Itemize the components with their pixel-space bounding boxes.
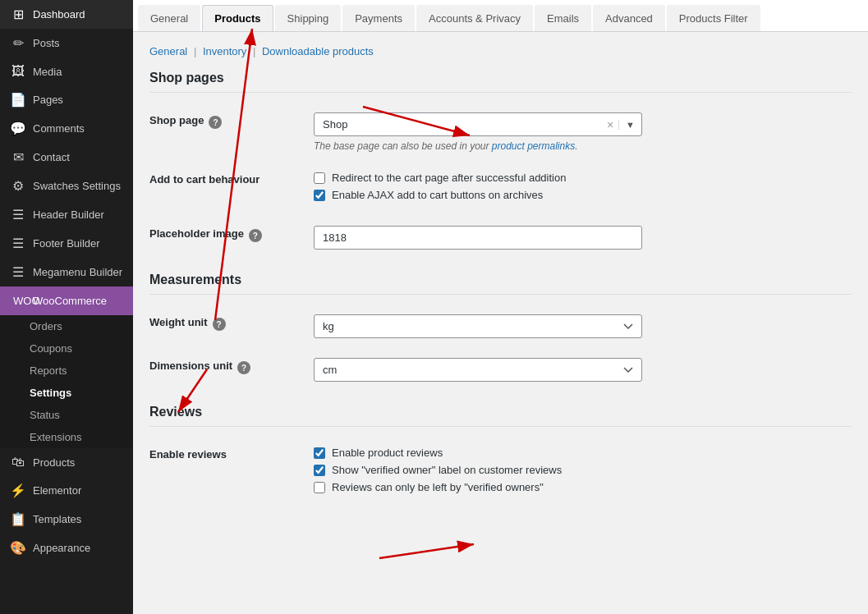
appearance-icon: 🎨 bbox=[10, 540, 26, 556]
tab-payments[interactable]: Payments bbox=[342, 5, 415, 31]
shop-page-hint: The base page can also be used in your p… bbox=[314, 140, 852, 152]
section-reviews: Reviews bbox=[149, 405, 852, 427]
tab-products-filter[interactable]: Products Filter bbox=[667, 5, 760, 31]
header-icon: ☰ bbox=[10, 207, 26, 222]
tab-advanced[interactable]: Advanced bbox=[593, 5, 665, 31]
tab-emails[interactable]: Emails bbox=[535, 5, 591, 31]
sidebar-sub-orders[interactable]: Orders bbox=[0, 315, 133, 337]
swatches-icon: ⚙ bbox=[10, 178, 26, 194]
add-to-cart-option2-label: Enable AJAX add to cart buttons on archi… bbox=[332, 189, 543, 201]
add-to-cart-option1-row: Redirect to the cart page after successf… bbox=[314, 172, 852, 184]
enable-reviews-option1-label: Enable product reviews bbox=[332, 447, 443, 459]
megamenu-icon: ☰ bbox=[10, 264, 26, 280]
subnav-downloadable[interactable]: Downloadable products bbox=[262, 45, 374, 57]
sidebar-item-swatches[interactable]: ⚙ Swatches Settings bbox=[0, 172, 133, 200]
sidebar-item-label: Pages bbox=[33, 94, 63, 106]
sidebar-item-megamenu[interactable]: ☰ Megamenu Builder bbox=[0, 258, 133, 286]
sidebar-sub-settings[interactable]: Settings bbox=[0, 382, 133, 404]
sidebar-item-label: Products bbox=[33, 456, 75, 469]
shop-page-label-row: Shop page ? bbox=[149, 114, 297, 129]
shop-page-field-cell: Shop × ▼ The base page can also be used … bbox=[314, 103, 852, 162]
sidebar-item-elementor[interactable]: ⚡ Elementor bbox=[0, 476, 133, 505]
svg-line-4 bbox=[379, 544, 474, 558]
placeholder-image-help-icon[interactable]: ? bbox=[249, 229, 262, 242]
shop-page-row: Shop page ? Shop × ▼ The base page can a… bbox=[149, 103, 852, 162]
add-to-cart-field-cell: Redirect to the cart page after successf… bbox=[314, 162, 852, 216]
sidebar-item-label: Megamenu Builder bbox=[33, 266, 122, 278]
shop-page-arrow-icon[interactable]: ▼ bbox=[618, 120, 641, 130]
tabs-bar: General Products Shipping Payments Accou… bbox=[133, 0, 868, 32]
dimensions-unit-help-icon[interactable]: ? bbox=[237, 361, 250, 374]
woo-icon: WOO bbox=[10, 293, 26, 309]
weight-unit-label-cell: Weight unit ? bbox=[149, 305, 314, 348]
sidebar-item-pages[interactable]: 📄 Pages bbox=[0, 85, 133, 114]
page-wrapper: General Products Shipping Payments Accou… bbox=[133, 0, 868, 614]
product-permalinks-link[interactable]: product permalinks bbox=[492, 140, 575, 152]
sidebar-item-contact[interactable]: ✉ Contact bbox=[0, 143, 133, 172]
placeholder-image-label-cell: Placeholder image ? bbox=[149, 216, 314, 259]
tab-products[interactable]: Products bbox=[202, 5, 273, 31]
posts-icon: ✏ bbox=[10, 35, 26, 51]
tab-general[interactable]: General bbox=[138, 5, 200, 31]
dimensions-unit-select[interactable]: cm m mm in yd bbox=[314, 358, 642, 382]
sidebar-item-dashboard[interactable]: ⊞ Dashboard bbox=[0, 0, 133, 29]
shop-page-select-value: Shop bbox=[315, 113, 602, 135]
sidebar-item-label: Media bbox=[33, 66, 62, 78]
add-to-cart-label: Add to cart behaviour bbox=[149, 173, 259, 186]
placeholder-image-label-row: Placeholder image ? bbox=[149, 227, 297, 242]
sidebar-sub-reports[interactable]: Reports bbox=[0, 360, 133, 382]
sidebar-item-media[interactable]: 🖼 Media bbox=[0, 57, 133, 85]
pages-icon: 📄 bbox=[10, 92, 26, 108]
sidebar-item-comments[interactable]: 💬 Comments bbox=[0, 114, 133, 143]
tab-shipping[interactable]: Shipping bbox=[275, 5, 342, 31]
woo-subnav: Orders Coupons Reports Settings Status E… bbox=[0, 315, 133, 448]
add-to-cart-option1-checkbox[interactable] bbox=[314, 172, 325, 184]
sidebar-item-products[interactable]: 🛍 Products bbox=[0, 448, 133, 476]
sidebar-item-appearance[interactable]: 🎨 Appearance bbox=[0, 534, 133, 562]
subnav-general[interactable]: General bbox=[149, 45, 187, 57]
subnav-sep1: | bbox=[194, 45, 200, 57]
sidebar-sub-extensions[interactable]: Extensions bbox=[0, 426, 133, 448]
placeholder-image-row: Placeholder image ? bbox=[149, 216, 852, 259]
placeholder-image-input[interactable] bbox=[314, 226, 642, 250]
add-to-cart-label-cell: Add to cart behaviour bbox=[149, 162, 314, 216]
enable-reviews-row: Enable reviews Enable product reviews Sh… bbox=[149, 437, 852, 508]
measurements-table: Weight unit ? kg g lbs oz bbox=[149, 305, 852, 392]
add-to-cart-row: Add to cart behaviour Redirect to the ca… bbox=[149, 162, 852, 216]
content-area: General | Inventory | Downloadable produ… bbox=[133, 32, 868, 521]
sidebar-sub-coupons[interactable]: Coupons bbox=[0, 337, 133, 360]
shop-page-clear-button[interactable]: × bbox=[602, 118, 618, 131]
dimensions-unit-field-cell: cm m mm in yd bbox=[314, 348, 852, 392]
shop-page-label-cell: Shop page ? bbox=[149, 103, 314, 162]
enable-reviews-option3-checkbox[interactable] bbox=[314, 482, 325, 493]
weight-unit-label: Weight unit bbox=[149, 316, 208, 328]
sidebar-item-templates[interactable]: 📋 Templates bbox=[0, 505, 133, 534]
sidebar-item-footer[interactable]: ☰ Footer Builder bbox=[0, 229, 133, 258]
sidebar-item-label: WooCommerce bbox=[33, 295, 107, 307]
weight-unit-help-icon[interactable]: ? bbox=[213, 318, 226, 331]
add-to-cart-option2-checkbox[interactable] bbox=[314, 190, 325, 201]
enable-reviews-option1-checkbox[interactable] bbox=[314, 447, 325, 459]
sidebar-item-label: Posts bbox=[33, 37, 60, 49]
templates-icon: 📋 bbox=[10, 511, 26, 527]
sidebar-item-label: Footer Builder bbox=[33, 237, 100, 250]
sidebar-sub-status[interactable]: Status bbox=[0, 404, 133, 426]
dimensions-unit-label-row: Dimensions unit ? bbox=[149, 360, 297, 374]
weight-unit-select[interactable]: kg g lbs oz bbox=[314, 314, 642, 338]
dashboard-icon: ⊞ bbox=[10, 7, 26, 22]
sidebar-item-woocommerce[interactable]: WOO WooCommerce bbox=[0, 286, 133, 315]
sidebar-item-posts[interactable]: ✏ Posts bbox=[0, 29, 133, 57]
shop-pages-table: Shop page ? Shop × ▼ The base page can a… bbox=[149, 103, 852, 259]
sidebar-item-label: Contact bbox=[33, 151, 70, 163]
dimensions-unit-label-cell: Dimensions unit ? bbox=[149, 348, 314, 392]
enable-reviews-option2-checkbox[interactable] bbox=[314, 465, 325, 476]
placeholder-image-label: Placeholder image bbox=[149, 227, 244, 240]
sidebar-item-header[interactable]: ☰ Header Builder bbox=[0, 200, 133, 229]
subnav-inventory[interactable]: Inventory bbox=[203, 45, 246, 57]
shop-page-help-icon[interactable]: ? bbox=[209, 116, 222, 129]
weight-unit-field-cell: kg g lbs oz bbox=[314, 305, 852, 348]
tab-accounts[interactable]: Accounts & Privacy bbox=[416, 5, 533, 31]
placeholder-image-field-cell bbox=[314, 216, 852, 259]
enable-reviews-option2-row: Show "verified owner" label on customer … bbox=[314, 464, 852, 476]
sidebar-item-label: Elementor bbox=[33, 484, 81, 497]
